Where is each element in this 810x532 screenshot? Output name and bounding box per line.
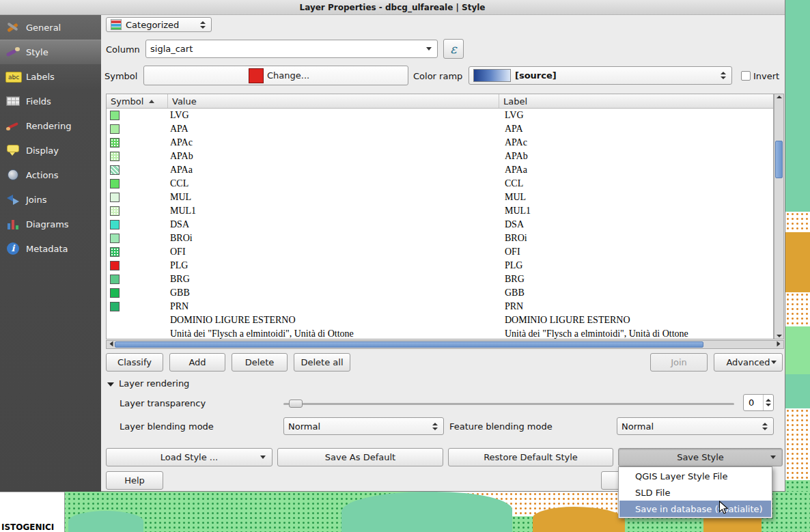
save-style-button[interactable]: Save Style: [618, 448, 783, 466]
map-region: [533, 507, 625, 532]
table-row[interactable]: PLG PLG: [107, 259, 773, 272]
renderer-value: Categorized: [126, 20, 179, 30]
table-row[interactable]: MUL1 MUL1: [107, 204, 773, 218]
slider-handle[interactable]: [289, 400, 303, 408]
layer-blending-select[interactable]: Normal: [283, 417, 444, 435]
table-row[interactable]: APAa APAa: [107, 163, 773, 177]
table-row[interactable]: APAc APAc: [107, 136, 773, 150]
window-titlebar[interactable]: Layer Properties - dbcg_ulfareale | Styl…: [0, 0, 785, 15]
advanced-button[interactable]: Advanced: [714, 353, 783, 372]
table-row[interactable]: PRN PRN: [107, 300, 773, 313]
table-row[interactable]: LVG LVG: [107, 109, 773, 122]
row-value: GBB: [168, 288, 499, 298]
map-canvas-right[interactable]: [785, 0, 810, 532]
help-button[interactable]: Help: [106, 471, 163, 490]
symbol-swatch: [110, 275, 120, 284]
transparency-spinbox[interactable]: 0: [743, 394, 774, 411]
table-row[interactable]: BROi BROi: [107, 232, 773, 245]
column-header-value[interactable]: Value: [168, 94, 499, 108]
map-region: [785, 0, 810, 212]
table-row[interactable]: MUL MUL: [107, 191, 773, 204]
join-button[interactable]: Join: [650, 353, 708, 372]
column-header-symbol[interactable]: Symbol: [107, 94, 168, 108]
sidebar-item-diagrams[interactable]: Diagrams: [0, 212, 101, 236]
menu-item-qgis-layer-style-file[interactable]: QGIS Layer Style File: [619, 468, 771, 484]
color-ramp-select[interactable]: [source]: [469, 66, 732, 85]
row-value: APAc: [168, 137, 499, 148]
sidebar-item-joins[interactable]: Joins: [0, 187, 101, 212]
transparency-slider[interactable]: [283, 398, 734, 409]
table-row[interactable]: DSA DSA: [107, 218, 773, 232]
layer-properties-dialog: Layer Properties - dbcg_ulfareale | Styl…: [0, 0, 785, 492]
slider-track[interactable]: [283, 403, 734, 405]
row-label: MUL1: [499, 206, 773, 216]
feature-blending-select[interactable]: Normal: [617, 417, 774, 435]
table-row[interactable]: OFI OFI: [107, 245, 773, 259]
row-label: OFI: [499, 247, 773, 257]
delete-button[interactable]: Delete: [232, 353, 288, 372]
table-row[interactable]: GBB GBB: [107, 286, 773, 300]
invert-checkbox[interactable]: [741, 71, 751, 81]
symbol-swatch: [110, 302, 120, 311]
classify-button[interactable]: Classify: [106, 353, 163, 372]
horizontal-scroll-thumb[interactable]: [115, 341, 703, 348]
scroll-left-icon[interactable]: [109, 342, 114, 346]
column-header-label[interactable]: Label: [499, 94, 773, 108]
screen: ISTOGENICI Layer Properties - dbcg_ulfar…: [0, 0, 810, 532]
expression-builder-button[interactable]: ε: [443, 39, 464, 59]
table-vertical-scrollbar[interactable]: [774, 94, 784, 339]
map-region: [785, 212, 810, 232]
sort-ascending-icon: [149, 100, 154, 103]
sidebar-item-general[interactable]: General: [0, 15, 101, 40]
spinner-arrows-icon: [762, 423, 769, 430]
labels-icon: [5, 69, 20, 84]
symbol-swatch: [110, 179, 120, 188]
column-value: sigla_cart: [150, 44, 193, 54]
row-value: MUL1: [168, 206, 499, 216]
metadata-icon: [5, 241, 20, 256]
map-region: [785, 374, 810, 408]
menu-item-save-in-database-spatialite[interactable]: Save in database (spatialite): [619, 501, 771, 517]
add-button[interactable]: Add: [169, 353, 225, 372]
sidebar-item-labels[interactable]: Labels: [0, 64, 101, 89]
legend-panel: ISTOGENICI: [0, 492, 65, 532]
row-label: PRN: [499, 301, 773, 312]
sidebar-item-style[interactable]: Style: [0, 40, 101, 64]
table-horizontal-scrollbar[interactable]: [106, 340, 784, 349]
row-value: PRN: [168, 301, 499, 312]
table-row[interactable]: APA APA: [107, 122, 773, 136]
sidebar-item-fields[interactable]: Fields: [0, 89, 101, 113]
chevron-down-icon: [770, 456, 776, 459]
map-region: [785, 408, 810, 480]
symbol-swatch: [110, 111, 120, 120]
delete-all-button[interactable]: Delete all: [294, 353, 350, 372]
scroll-right-icon[interactable]: [776, 342, 781, 346]
table-row[interactable]: Unità dei "Flysch a elmintoidi", Unità d…: [107, 327, 773, 339]
spinner-arrows-icon[interactable]: [763, 395, 773, 410]
layer-rendering-header[interactable]: Layer rendering: [107, 378, 189, 389]
change-symbol-button[interactable]: Change...: [143, 66, 408, 85]
column-combobox[interactable]: sigla_cart: [145, 40, 438, 58]
scroll-down-icon[interactable]: [774, 335, 783, 337]
table-row[interactable]: APAb APAb: [107, 150, 773, 163]
menu-item-sld-file[interactable]: SLD File: [619, 484, 771, 501]
table-row[interactable]: CCL CCL: [107, 177, 773, 191]
table-row[interactable]: BRG BRG: [107, 272, 773, 286]
sidebar-item-actions[interactable]: Actions: [0, 163, 101, 187]
feature-blending-label: Feature blending mode: [449, 421, 553, 432]
vertical-scroll-thumb[interactable]: [775, 141, 783, 178]
table-row[interactable]: DOMINIO LIGURE ESTERNO DOMINIO LIGURE ES…: [107, 313, 773, 327]
color-ramp-value: [source]: [515, 70, 557, 81]
restore-default-style-button[interactable]: Restore Default Style: [448, 448, 613, 466]
save-as-default-button[interactable]: Save As Default: [277, 448, 443, 466]
sidebar-item-display[interactable]: Display: [0, 138, 101, 163]
row-label: APAa: [499, 165, 773, 176]
symbol-preview-swatch: [249, 68, 264, 83]
scroll-up-icon[interactable]: [774, 96, 783, 98]
spinner-arrows-icon: [721, 72, 727, 79]
renderer-select[interactable]: Categorized: [106, 17, 212, 32]
sidebar-item-rendering[interactable]: Rendering: [0, 113, 101, 138]
map-region: [785, 292, 810, 326]
load-style-button[interactable]: Load Style ...: [106, 448, 273, 466]
sidebar-item-metadata[interactable]: Metadata: [0, 236, 101, 261]
